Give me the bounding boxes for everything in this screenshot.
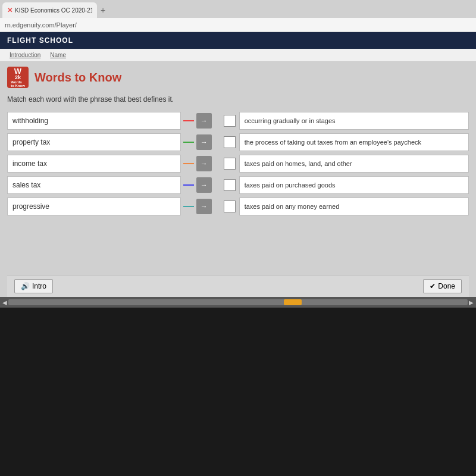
nav-tab-introduction[interactable]: Introduction: [5, 51, 45, 60]
def-checkbox-3[interactable]: [224, 179, 236, 191]
app-title: FLIGHT SCHOOL: [7, 36, 73, 45]
list-item: taxes paid on homes, land, and other: [224, 155, 469, 173]
def-box-3: taxes paid on purchased goods: [239, 176, 469, 194]
intro-button[interactable]: 🔊 Intro: [14, 279, 53, 293]
scroll-track[interactable]: [8, 299, 468, 305]
done-button[interactable]: ✔ Done: [423, 279, 462, 293]
def-box-1: the process of taking out taxes from an …: [239, 133, 469, 151]
word-box-property-tax: property tax: [7, 133, 181, 151]
nav-tab-name[interactable]: Name: [45, 51, 71, 60]
word-box-withholding: withholding: [7, 112, 181, 130]
scrollbar-area: ◀ ▶: [0, 297, 476, 308]
list-item: the process of taking out taxes from an …: [224, 133, 469, 151]
bottom-bar: 🔊 Intro ✔ Done: [7, 275, 469, 297]
connector-line-1: [183, 142, 194, 143]
address-bar[interactable]: rn.edgenuity.com/Player/: [0, 18, 476, 32]
tab-label: KISD Economics OC 2020-21 FL: [15, 7, 92, 14]
arrow-button-1[interactable]: →: [196, 134, 212, 150]
list-item: occurring gradually or in stages: [224, 112, 469, 130]
url-text: rn.edgenuity.com/Player/: [5, 21, 77, 29]
connector-line-4: [183, 206, 194, 207]
def-checkbox-1[interactable]: [224, 136, 236, 148]
main-content: W 2k Wordsto Know Words to Know Match ea…: [0, 62, 476, 297]
list-item: taxes paid on any money earned: [224, 198, 469, 215]
definitions-column: occurring gradually or in stages the pro…: [224, 112, 469, 215]
nav-tabs: Introduction Name: [0, 49, 476, 62]
scroll-right-arrow[interactable]: ▶: [469, 299, 474, 306]
section-title: Words to Know: [35, 71, 121, 84]
arrow-button-4[interactable]: →: [196, 199, 212, 214]
spacer: [7, 215, 469, 269]
app-header: FLIGHT SCHOOL: [0, 32, 476, 49]
list-item: sales tax →: [7, 176, 212, 194]
arrow-button-2[interactable]: →: [196, 156, 212, 171]
connector-line-0: [183, 120, 194, 121]
scroll-thumb[interactable]: [284, 299, 302, 305]
word-box-income-tax: income tax: [7, 155, 181, 173]
scroll-left-arrow[interactable]: ◀: [2, 299, 7, 306]
list-item: taxes paid on purchased goods: [224, 176, 469, 194]
badge-sub: Wordsto Know: [11, 80, 25, 87]
def-checkbox-2[interactable]: [224, 158, 236, 170]
word-box-progressive: progressive: [7, 198, 181, 215]
arrow-button-0[interactable]: →: [196, 113, 212, 129]
def-box-2: taxes paid on homes, land, and other: [239, 155, 469, 173]
badge-middle: 2k: [15, 75, 21, 80]
word-box-sales-tax: sales tax: [7, 176, 181, 194]
active-tab[interactable]: ✕ KISD Economics OC 2020-21 FL: [2, 2, 97, 18]
words-column: withholding → property tax → income tax …: [7, 112, 212, 215]
checkmark-icon: ✔: [430, 282, 436, 290]
w2k-badge: W 2k Wordsto Know: [7, 67, 29, 88]
list-item: withholding →: [7, 112, 212, 130]
tab-bar: ✕ KISD Economics OC 2020-21 FL +: [0, 0, 476, 18]
matching-container: withholding → property tax → income tax …: [7, 112, 469, 215]
arrow-button-3[interactable]: →: [196, 177, 212, 193]
browser-chrome: ✕ KISD Economics OC 2020-21 FL + rn.edge…: [0, 0, 476, 32]
connector-line-3: [183, 184, 194, 186]
list-item: property tax →: [7, 133, 212, 151]
connector-line-2: [183, 163, 194, 164]
list-item: income tax →: [7, 155, 212, 173]
def-checkbox-0[interactable]: [224, 115, 236, 127]
new-tab-button[interactable]: +: [101, 5, 105, 15]
speaker-icon: 🔊: [21, 282, 30, 290]
instruction-text: Match each word with the phrase that bes…: [7, 95, 469, 104]
def-checkbox-4[interactable]: [224, 201, 236, 212]
tab-close-icon[interactable]: ✕: [7, 7, 12, 14]
section-header: W 2k Wordsto Know Words to Know: [7, 67, 469, 88]
def-box-0: occurring gradually or in stages: [239, 112, 469, 130]
def-box-4: taxes paid on any money earned: [239, 198, 469, 215]
list-item: progressive →: [7, 198, 212, 215]
